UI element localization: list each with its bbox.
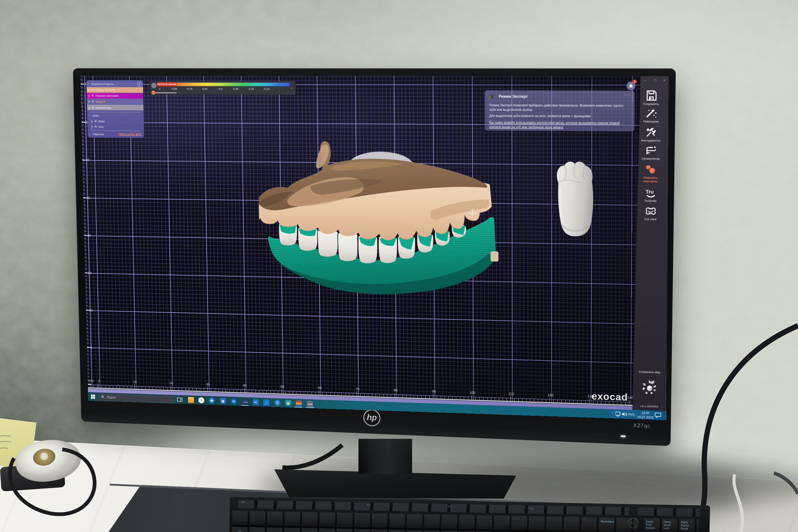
svg-text:Tru: Tru	[646, 189, 654, 195]
